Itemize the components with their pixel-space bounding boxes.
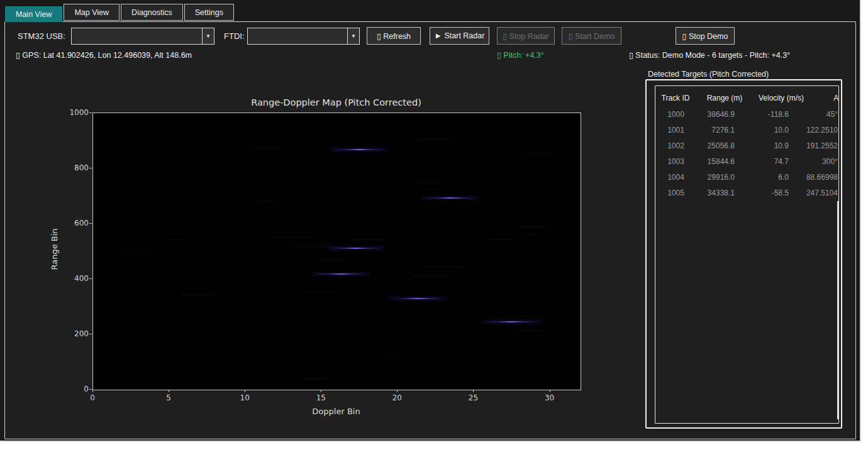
noise-speck — [148, 225, 169, 226]
table-row[interactable]: 100315844.674.7300° — [655, 154, 838, 170]
cell-track-id: 1005 — [659, 189, 693, 197]
gps-status-text: ▯ GPS: Lat 41.902426, Lon 12.496039, Alt… — [16, 50, 192, 60]
noise-speck — [411, 183, 443, 184]
noise-speck — [413, 275, 448, 277]
tab-settings[interactable]: Settings — [184, 4, 234, 21]
y-axis-label: Range Bin — [50, 218, 59, 281]
table-row[interactable]: 100038646.9-118.645° — [655, 107, 838, 123]
noise-speck — [251, 177, 278, 178]
table-row[interactable]: 100429916.06.088.66998 — [655, 170, 838, 185]
table-row[interactable]: 100534338.1-58.5247.5104 — [655, 185, 838, 201]
table-row[interactable]: 100225056.810.9191.2552 — [655, 138, 838, 154]
x-tick — [550, 390, 550, 392]
cell-azimuth: 122.2510 — [806, 126, 838, 134]
noise-speck — [310, 332, 357, 333]
noise-speck — [418, 139, 453, 140]
noise-speck — [298, 244, 330, 245]
stm32-usb-combobox-value — [72, 28, 202, 44]
stm32-usb-dropdown-button[interactable]: ▼ — [202, 28, 214, 44]
noise-speck — [416, 188, 455, 189]
cell-track-id: 1001 — [659, 126, 693, 134]
cell-velocity: 10.0 — [774, 126, 789, 134]
tab-map-view[interactable]: Map View — [64, 4, 120, 21]
x-tick — [169, 390, 169, 392]
x-tick — [92, 390, 93, 392]
noise-speck — [231, 282, 255, 283]
column-header-velocity-m-s[interactable]: Velocity (m/s) — [755, 94, 808, 102]
y-tick-label: 0 — [84, 385, 89, 393]
chart-title: Range-Doppler Map (Pitch Corrected) — [92, 97, 580, 107]
noise-speck — [390, 158, 436, 160]
noise-speck — [465, 344, 516, 345]
ftdi-combobox[interactable]: ▼ — [247, 28, 360, 45]
column-header-range-m[interactable]: Range (m) — [698, 94, 751, 102]
stm32-usb-label: STM32 USB: — [18, 31, 65, 41]
chevron-down-icon: ▼ — [206, 33, 211, 39]
y-tick-label: 400 — [74, 274, 89, 283]
cell-range-m: 34338.1 — [708, 189, 735, 197]
ftdi-dropdown-button[interactable]: ▼ — [347, 28, 359, 44]
target-blip — [389, 298, 447, 299]
noise-speck — [402, 168, 438, 169]
y-tick — [89, 389, 92, 390]
cell-azimuth: 247.5104 — [806, 189, 838, 197]
noise-speck — [387, 362, 420, 363]
cell-track-id: 1004 — [659, 173, 693, 182]
refresh-button[interactable]: ▯ Refresh — [367, 27, 421, 45]
x-tick-label: 25 — [469, 393, 478, 402]
x-tick — [321, 390, 321, 392]
noise-speck — [248, 289, 277, 290]
noise-speck — [477, 334, 530, 336]
targets-table[interactable]: Track IDRange (m)Velocity (m/s)Azimuth 1… — [655, 85, 839, 424]
chevron-down-icon: ▼ — [351, 33, 356, 39]
noise-speck — [248, 261, 271, 262]
noise-speck — [296, 141, 340, 142]
noise-speck — [258, 200, 276, 201]
noise-speck — [373, 353, 401, 354]
x-tick-label: 0 — [90, 393, 95, 402]
noise-speck — [118, 197, 143, 198]
noise-speck — [170, 253, 191, 254]
start-radar-button[interactable]: ► Start Radar — [430, 27, 489, 45]
cell-velocity: 10.9 — [774, 141, 789, 150]
noise-speck — [360, 210, 390, 211]
tab-diagnostics[interactable]: Diagnostics — [121, 4, 183, 21]
targets-table-scrollbar[interactable] — [837, 201, 838, 419]
y-tick — [89, 168, 92, 168]
cell-track-id: 1003 — [659, 157, 693, 166]
y-tick — [89, 112, 92, 113]
y-tick — [89, 334, 92, 334]
range-doppler-heatmap[interactable] — [92, 112, 581, 390]
tab-main-view[interactable]: Main View — [5, 6, 62, 22]
noise-speck — [528, 264, 547, 265]
cell-track-id: 1002 — [659, 141, 693, 150]
noise-speck — [222, 222, 253, 223]
noise-speck — [248, 147, 292, 148]
noise-speck — [244, 201, 277, 202]
cell-range-m: 7276.1 — [711, 126, 735, 134]
column-header-track-id[interactable]: Track ID — [655, 94, 696, 102]
noise-speck — [179, 295, 214, 296]
noise-speck — [489, 239, 515, 240]
column-header-azimuth[interactable]: Azimuth — [822, 94, 839, 102]
noise-speck — [377, 220, 412, 221]
stm32-usb-combobox[interactable]: ▼ — [71, 28, 214, 45]
noise-speck — [420, 266, 467, 268]
x-tick — [397, 390, 398, 392]
ftdi-combobox-value — [248, 28, 347, 44]
target-blip — [482, 321, 540, 322]
noise-speck — [296, 315, 348, 316]
y-tick-label: 600 — [74, 219, 89, 228]
noise-speck — [499, 316, 547, 317]
stop-demo-button[interactable]: ▯ Stop Demo — [676, 27, 735, 45]
cell-range-m: 38646.9 — [708, 110, 735, 119]
x-tick-label: 30 — [545, 393, 554, 402]
noise-speck — [394, 224, 426, 226]
cell-velocity: 6.0 — [778, 173, 789, 182]
noise-speck — [126, 277, 155, 278]
targets-table-header: Track IDRange (m)Velocity (m/s)Azimuth — [655, 91, 838, 107]
cell-range-m: 25056.8 — [708, 141, 735, 150]
noise-speck — [264, 237, 315, 238]
table-row[interactable]: 10017276.110.0122.2510 — [655, 123, 838, 138]
noise-speck — [162, 239, 191, 240]
